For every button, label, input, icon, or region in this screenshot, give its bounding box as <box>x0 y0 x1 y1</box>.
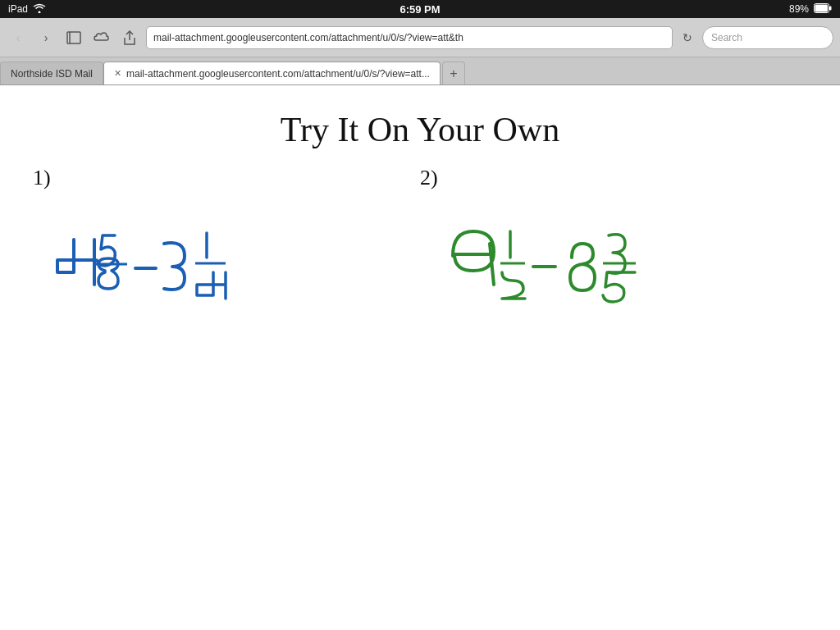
tab-label: Northside ISD Mail <box>11 68 93 80</box>
tab-label-active: mail-attachment.googleusercontent.com/at… <box>126 68 430 80</box>
problem-1: 1) <box>33 166 420 333</box>
battery-icon <box>814 3 832 16</box>
tab-attachment[interactable]: ✕ mail-attachment.googleusercontent.com/… <box>103 62 441 84</box>
battery-label: 89% <box>789 3 809 15</box>
forward-button[interactable]: › <box>34 26 57 49</box>
wifi-icon <box>33 3 46 16</box>
svg-rect-1 <box>815 4 829 11</box>
problems-area: 1) <box>0 166 840 333</box>
page-content: Try It On Your Own 1) <box>0 85 840 630</box>
tabs-bar: Northside ISD Mail ✕ mail-attachment.goo… <box>0 57 840 85</box>
share-button[interactable] <box>118 26 141 49</box>
address-text: mail-attachment.googleusercontent.com/at… <box>153 32 463 43</box>
search-placeholder: Search <box>711 32 742 43</box>
browser-toolbar: ‹ › mail-attachment.googleusercontent.co… <box>0 18 840 57</box>
search-input[interactable]: Search <box>702 26 833 49</box>
worksheet-title: Try It On Your Own <box>0 110 840 149</box>
problem-2-expression <box>420 199 807 333</box>
cloud-button[interactable] <box>90 26 113 49</box>
address-bar[interactable]: mail-attachment.googleusercontent.com/at… <box>146 26 673 49</box>
tab-close-icon[interactable]: ✕ <box>114 68 121 79</box>
status-bar: iPad 6:59 PM 89% <box>0 0 840 18</box>
device-label: iPad <box>8 3 28 15</box>
tab-northside[interactable]: Northside ISD Mail <box>0 62 103 84</box>
problem-1-expression <box>33 199 420 333</box>
back-button[interactable]: ‹ <box>7 26 30 49</box>
problem-1-number: 1) <box>33 166 420 190</box>
svg-rect-2 <box>829 6 832 10</box>
problem-2: 2) <box>420 166 807 333</box>
new-tab-button[interactable]: + <box>442 62 465 84</box>
problem-2-number: 2) <box>420 166 807 190</box>
bookmarks-button[interactable] <box>62 26 85 49</box>
time-display: 6:59 PM <box>399 3 440 16</box>
reload-button[interactable]: ↻ <box>678 28 697 48</box>
